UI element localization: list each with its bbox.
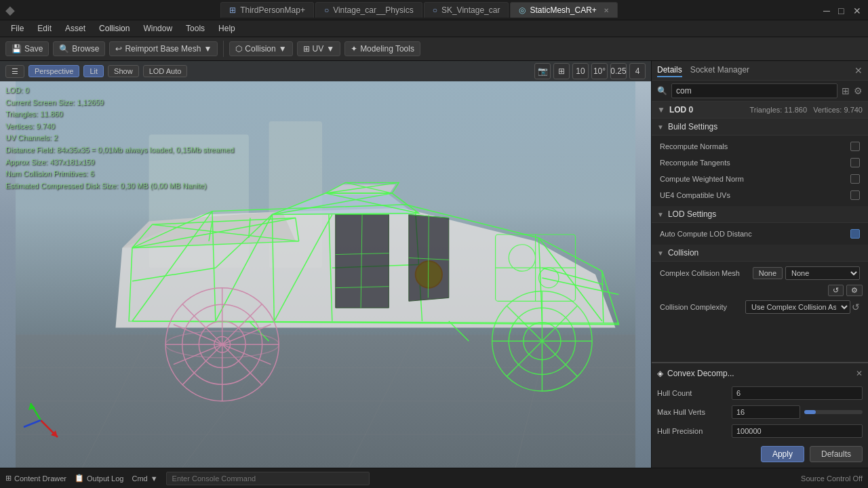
browse-button[interactable]: 🔍 Browse: [53, 41, 105, 56]
lod-button[interactable]: LOD Auto: [143, 65, 188, 77]
minimize-button[interactable]: ─: [823, 5, 833, 15]
build-settings-header[interactable]: ▼ Build Settings: [652, 119, 868, 136]
angle-button[interactable]: 10°: [591, 63, 608, 79]
reimport-arrow: ▼: [203, 44, 212, 54]
hull-precision-label: Hull Precision: [657, 427, 732, 435]
recompute-tangents-checkbox[interactable]: [850, 158, 860, 167]
close-button[interactable]: ✕: [853, 5, 863, 15]
search-icon: 🔍: [657, 86, 667, 96]
max-hull-verts-label: Max Hull Verts: [657, 408, 732, 416]
tab-label: SK_Vintage_car: [441, 5, 500, 15]
save-button[interactable]: 💾 Save: [5, 41, 49, 56]
menu-tools[interactable]: Tools: [180, 22, 210, 35]
show-button[interactable]: Show: [108, 65, 139, 77]
cmd-arrow: ▼: [151, 474, 158, 483]
auto-lod-checkbox[interactable]: [850, 229, 860, 239]
content-drawer-icon: ⊞: [5, 474, 12, 483]
tab-label: StaticMesh_CAR+: [530, 5, 596, 15]
viewport[interactable]: ☰ Perspective Lit Show LOD Auto 📷 ⊞ 10 1…: [0, 61, 651, 468]
titlebar-controls: ─ □ ✕: [823, 5, 863, 15]
max-hull-verts-slider[interactable]: [804, 410, 863, 414]
panel-close-button[interactable]: ✕: [854, 65, 863, 76]
stat-distance-field: Distance Field: 84x35x35 = 0,01Mb always…: [5, 144, 234, 157]
modeling-button[interactable]: ✦ Modeling Tools: [344, 41, 420, 56]
save-icon: 💾: [12, 44, 22, 54]
hamburger-button[interactable]: ☰: [5, 65, 24, 78]
search-input[interactable]: [671, 83, 837, 98]
menu-collision[interactable]: Collision: [94, 22, 135, 35]
max-hull-verts-input[interactable]: [732, 405, 800, 419]
hull-precision-input[interactable]: [732, 424, 863, 438]
menu-window[interactable]: Window: [138, 22, 178, 35]
maximize-button[interactable]: □: [838, 5, 848, 15]
settings-icon[interactable]: ⚙: [854, 85, 863, 96]
menu-asset[interactable]: Asset: [60, 22, 91, 35]
collision-complexity-label: Collision Complexity: [660, 303, 745, 311]
output-log-button[interactable]: 📋 Output Log: [75, 474, 123, 483]
camera-icon-btn[interactable]: 📷: [534, 63, 551, 79]
tab-close-icon[interactable]: ✕: [604, 7, 609, 14]
complexity-reset-button[interactable]: ↺: [852, 302, 860, 312]
hull-count-input[interactable]: [732, 386, 863, 400]
collision-arrow: ▼: [279, 44, 287, 54]
recompute-normals-checkbox[interactable]: [850, 142, 860, 151]
uv-button[interactable]: ⊞ UV ▼: [297, 41, 341, 56]
reimport-button[interactable]: ↩ Reimport Base Mesh ▼: [109, 41, 218, 56]
collision-icon: ⬡: [235, 44, 242, 54]
grid-view-icon[interactable]: ⊞: [842, 85, 850, 96]
max-hull-verts-row: Max Hull Verts: [657, 403, 863, 422]
stat-lod: LOD: 0: [5, 85, 234, 97]
cmd-button[interactable]: Cmd ▼: [132, 474, 157, 483]
lod-settings-header[interactable]: ▼ LOD Settings: [652, 206, 868, 223]
lod0-triangles: Triangles: 11.860: [749, 106, 807, 114]
collision-complexity-select[interactable]: Use Complex Collision As Simple: [745, 300, 850, 314]
convex-close-button[interactable]: ✕: [856, 369, 863, 378]
perspective-button[interactable]: Perspective: [28, 65, 79, 77]
collision-section-label: Collision: [668, 248, 698, 258]
axis-indicator: [14, 393, 68, 447]
modeling-icon: ✦: [351, 44, 357, 54]
recompute-tangents-label: Recompute Tangents: [660, 159, 850, 167]
stat-screen-size: Current Screen Size: 1,12659: [5, 97, 234, 109]
tab-vintage-physics[interactable]: ○ Vintage_car__Physics: [315, 2, 422, 18]
build-settings-label: Build Settings: [668, 122, 717, 131]
collision-mesh-select[interactable]: None: [785, 266, 860, 280]
collision-complexity-row: Collision Complexity Use Complex Collisi…: [652, 298, 868, 316]
stat-uv: UV Channels: 2: [5, 132, 234, 144]
viewport-size-btn[interactable]: 4: [629, 63, 646, 79]
titlebar-left: ◆: [5, 3, 15, 18]
svg-line-82: [24, 420, 41, 427]
content-drawer-button[interactable]: ⊞ Content Drawer: [5, 474, 66, 483]
tab-socket-manager[interactable]: Socket Manager: [690, 64, 749, 77]
stat-approx-size: Approx Size: 437x181x159: [5, 157, 234, 169]
grid-button[interactable]: ⊞: [553, 63, 570, 79]
output-log-icon: 📋: [75, 474, 84, 483]
tab-thirdperson[interactable]: ⊞ ThirdPersonMap+: [220, 2, 314, 18]
tab-sk-vintage[interactable]: ○ SK_Vintage_car: [424, 2, 509, 18]
convex-title-label: Convex Decomp...: [667, 369, 734, 378]
menu-file[interactable]: File: [5, 22, 29, 35]
tab-details[interactable]: Details: [657, 64, 682, 77]
auto-lod-label: Auto Compute LOD Distanc: [660, 230, 850, 238]
tab-icon: ○: [324, 5, 329, 15]
scale-button[interactable]: 0.25: [610, 63, 627, 79]
compute-weighted-checkbox[interactable]: [850, 174, 860, 184]
none-button[interactable]: None: [753, 267, 783, 279]
lit-button[interactable]: Lit: [83, 65, 104, 77]
apply-button[interactable]: Apply: [761, 446, 804, 462]
collision-button[interactable]: ⬡ Collision ▼: [229, 41, 292, 56]
collision-header[interactable]: ▼ Collision: [652, 245, 868, 262]
defaults-button[interactable]: Defaults: [810, 446, 863, 462]
collision-reset-row: ↺ ⚙: [652, 282, 868, 298]
grid-value[interactable]: 10: [572, 63, 589, 79]
panel-search: 🔍 ⊞ ⚙: [652, 81, 868, 102]
complex-collision-label: Complex Collision Mesh: [660, 269, 753, 277]
collision-settings-button[interactable]: ⚙: [846, 285, 863, 296]
ue4-uvs-checkbox[interactable]: [850, 190, 860, 200]
console-input[interactable]: [166, 472, 370, 485]
collision-reset-button[interactable]: ↺: [828, 285, 844, 296]
tab-staticmesh[interactable]: ◎ StaticMesh_CAR+ ✕: [510, 2, 617, 18]
menu-edit[interactable]: Edit: [32, 22, 57, 35]
menu-help[interactable]: Help: [213, 22, 241, 35]
toolbar-separator: [223, 41, 224, 57]
